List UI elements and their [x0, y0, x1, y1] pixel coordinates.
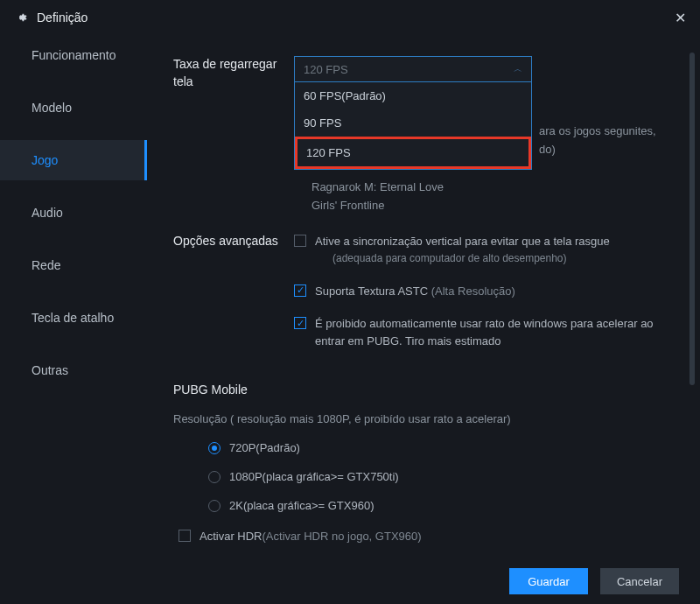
sidebar-item-funcionamento[interactable]: Funcionamento — [0, 35, 147, 75]
sidebar-item-audio[interactable]: Audio — [0, 193, 147, 233]
fps-option-120[interactable]: 120 FPS — [295, 137, 531, 169]
info-text-overflow: ara os jogos segunites, do) — [539, 123, 700, 159]
radio-1080p[interactable] — [208, 471, 220, 483]
astc-checkbox[interactable] — [294, 284, 306, 297]
mouse-label: É proibido automaticamente usar rato de … — [315, 315, 674, 349]
chevron-up-icon: ︿ — [514, 63, 522, 75]
fps-option-60[interactable]: 60 FPS(Padrão) — [295, 82, 531, 109]
sidebar-item-modelo[interactable]: Modelo — [0, 88, 147, 128]
vsync-label: Ative a sincronização vertical para evit… — [315, 233, 610, 267]
refresh-rate-dropdown: 60 FPS(Padrão) 90 FPS 120 FPS — [294, 82, 532, 170]
pubg-title: PUBG Mobile — [173, 383, 674, 397]
close-button[interactable]: ✕ — [675, 10, 686, 26]
sidebar-item-jogo[interactable]: Jogo — [0, 140, 147, 180]
fps-option-90[interactable]: 90 FPS — [295, 109, 531, 137]
game-ragnarok: Ragnarok M: Eternal Love — [312, 179, 674, 197]
radio-720p[interactable] — [208, 442, 220, 454]
astc-label: Suporta Textura ASTC (Alta Resolução) — [315, 283, 515, 300]
refresh-rate-select[interactable]: 120 FPS ︿ — [294, 56, 532, 82]
hdr-label: Activar HDR(Activar HDR no jogo, GTX960) — [200, 528, 422, 545]
advanced-label: Opções avançadas — [173, 233, 294, 366]
refresh-rate-label: Taxa de regarregar tela — [173, 56, 294, 215]
window-title: Definição — [37, 11, 88, 25]
content-area: Taxa de regarregar tela 120 FPS ︿ 60 FPS… — [147, 35, 700, 558]
save-button[interactable]: Guardar — [509, 568, 588, 594]
resolution-1080p[interactable]: 1080P(placa gráfica>= GTX750ti) — [208, 470, 674, 483]
sidebar-item-tecla[interactable]: Tecla de atalho — [0, 298, 147, 338]
resolution-2k[interactable]: 2K(placa gráfica>= GTX960) — [208, 499, 674, 512]
resolution-720p[interactable]: 720P(Padrão) — [208, 441, 674, 454]
cancel-button[interactable]: Cancelar — [600, 568, 679, 594]
gear-icon — [14, 11, 28, 25]
mouse-checkbox[interactable] — [294, 317, 306, 329]
pubg-resolution-label: Resolução ( resolução mais 1080P, é proi… — [173, 412, 674, 425]
hdr-checkbox[interactable] — [178, 530, 191, 542]
game-list: Ragnarok M: Eternal Love Girls' Frontlin… — [312, 179, 674, 215]
sidebar: Funcionamento Modelo Jogo Audio Rede Tec… — [0, 35, 147, 558]
vsync-checkbox[interactable] — [294, 235, 306, 247]
scrollbar-thumb[interactable] — [690, 53, 695, 385]
radio-2k[interactable] — [208, 500, 220, 512]
sidebar-item-outras[interactable]: Outras — [0, 350, 147, 390]
game-girls-frontline: Girls' Frontline — [312, 197, 674, 215]
refresh-rate-value: 120 FPS — [304, 63, 348, 76]
sidebar-item-rede[interactable]: Rede — [0, 245, 147, 285]
